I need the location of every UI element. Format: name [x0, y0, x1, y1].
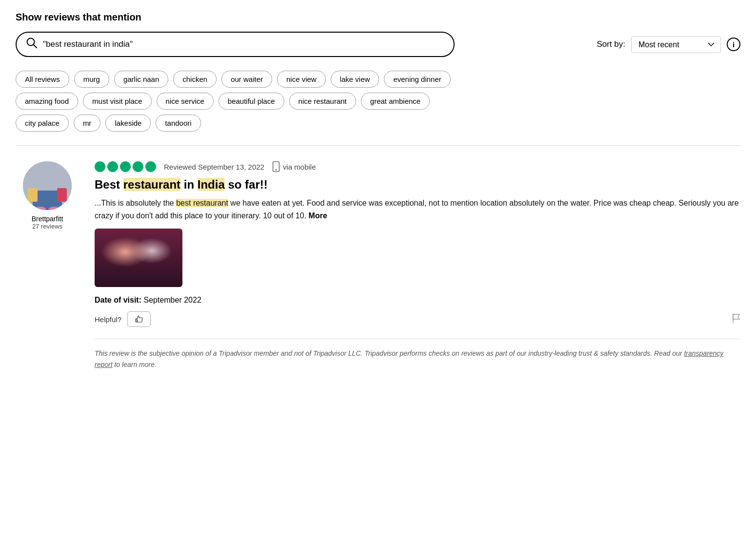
flag-icon[interactable]: [732, 313, 740, 326]
tag-chip[interactable]: chicken: [173, 71, 217, 88]
stars: [95, 161, 156, 172]
tag-chip[interactable]: lake view: [331, 71, 379, 88]
review-date: Reviewed September 13, 2022: [164, 163, 264, 171]
page-container: Show reviews that mention Sort by: Most …: [16, 12, 740, 370]
tag-chip[interactable]: murg: [74, 71, 109, 88]
title-restaurant: restaurant: [123, 178, 180, 191]
reviewer-count: 27 reviews: [32, 223, 62, 230]
avatar: [23, 161, 72, 210]
tag-chip[interactable]: evening dinner: [384, 71, 450, 88]
info-icon[interactable]: i: [727, 38, 740, 51]
title-best: Best: [95, 178, 123, 191]
tag-chip[interactable]: lakeside: [105, 115, 151, 132]
tag-chip[interactable]: nice service: [157, 93, 214, 110]
sort-select[interactable]: Most recentMost helpfulRating: high to l…: [631, 36, 721, 53]
tag-chip[interactable]: must visit place: [83, 93, 152, 110]
thumbs-up-button[interactable]: [127, 311, 151, 327]
tag-chip[interactable]: garlic naan: [114, 71, 168, 88]
search-row: Sort by: Most recentMost helpfulRating: …: [16, 32, 740, 57]
helpful-label: Helpful?: [95, 315, 121, 324]
search-icon: [26, 38, 37, 51]
review-meta: Reviewed September 13, 2022 via mobile: [95, 161, 740, 172]
star: [120, 161, 131, 172]
helpful-row: Helpful?: [95, 311, 740, 327]
review-photo-inner: [95, 229, 182, 287]
svg-rect-4: [28, 188, 38, 202]
section-title: Show reviews that mention: [16, 12, 740, 23]
tag-chip[interactable]: amazing food: [16, 93, 78, 110]
tag-chip[interactable]: city palace: [16, 115, 69, 132]
reviewer-info: Brettparfitt 27 reviews: [16, 161, 79, 230]
tags-row-2: amazing foodmust visit placenice service…: [16, 93, 740, 110]
sort-label: Sort by:: [597, 39, 625, 49]
review-top: Brettparfitt 27 reviews Reviewed Septemb…: [16, 161, 740, 370]
reviewer-name: Brettparfitt: [32, 215, 63, 223]
tag-chip[interactable]: great ambience: [361, 93, 430, 110]
search-box: [16, 32, 455, 57]
svg-rect-10: [136, 319, 137, 322]
review-section: Brettparfitt 27 reviews Reviewed Septemb…: [16, 157, 740, 370]
star: [145, 161, 156, 172]
tag-chip[interactable]: mr: [74, 115, 101, 132]
divider: [16, 145, 740, 146]
svg-line-1: [34, 45, 37, 48]
svg-point-9: [276, 169, 277, 171]
review-photo[interactable]: [95, 229, 182, 287]
tags-row-3: city palacemrlakesidetandoori: [16, 115, 740, 132]
review-body: ...This is absolutely the best restauran…: [95, 197, 740, 222]
tag-chip[interactable]: nice restaurant: [289, 93, 356, 110]
sort-row: Sort by: Most recentMost helpfulRating: …: [597, 36, 740, 53]
review-title: Best restaurant in India so far!!: [95, 177, 740, 192]
star: [107, 161, 118, 172]
review-content: Reviewed September 13, 2022 via mobile B…: [95, 161, 740, 370]
date-of-visit: Date of visit: September 2022: [95, 296, 740, 305]
more-link[interactable]: More: [309, 211, 327, 220]
title-rest: so far!!: [225, 178, 268, 191]
title-in: in: [180, 178, 198, 191]
tag-chip[interactable]: tandoori: [156, 115, 200, 132]
tag-chip[interactable]: beautiful place: [219, 93, 284, 110]
search-input[interactable]: [43, 39, 444, 49]
tag-chip[interactable]: nice view: [277, 71, 326, 88]
tag-chip[interactable]: All reviews: [16, 71, 69, 88]
svg-rect-5: [57, 188, 67, 202]
thumbs-up-icon: [135, 315, 143, 324]
tag-chip[interactable]: our waiter: [221, 71, 272, 88]
tags-section: All reviewsmurggarlic naanchickenour wai…: [16, 71, 740, 132]
via-mobile: via mobile: [272, 161, 316, 172]
title-india: India: [198, 178, 225, 191]
star: [133, 161, 143, 172]
star: [95, 161, 105, 172]
tags-row-1: All reviewsmurggarlic naanchickenour wai…: [16, 71, 740, 88]
disclaimer: This review is the subjective opinion of…: [95, 339, 740, 370]
